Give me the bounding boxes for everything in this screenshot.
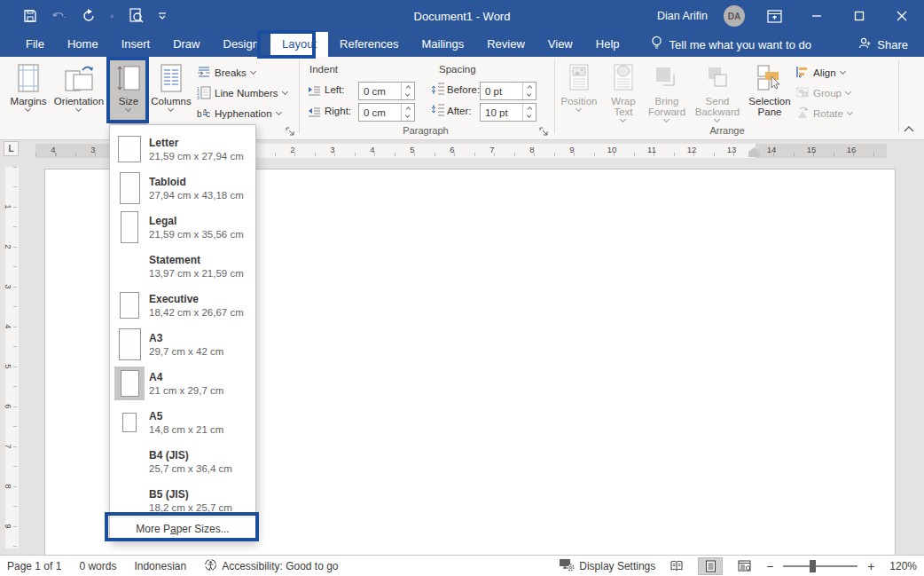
accessibility-checker[interactable]: Accessibility: Good to go — [204, 558, 338, 574]
ruler-number: 4 — [370, 145, 374, 154]
spacing-after-input[interactable]: 10 pt — [480, 103, 536, 122]
indent-header: Indent — [309, 64, 338, 75]
spinner[interactable] — [522, 104, 536, 121]
size-button[interactable]: Size — [110, 59, 147, 132]
redo-icon[interactable] — [82, 9, 96, 23]
ruler-number: 3 — [4, 284, 13, 288]
tab-design[interactable]: Design — [212, 32, 270, 57]
tell-me-box[interactable]: Tell me what you want to do — [651, 36, 811, 53]
user-name[interactable]: Dian Arifin — [657, 10, 708, 22]
paper-size-name: A4 — [149, 371, 223, 384]
spinner[interactable] — [401, 104, 414, 121]
avatar[interactable]: DA — [724, 5, 745, 27]
zoom-in-button[interactable]: + — [866, 559, 875, 573]
tab-draw[interactable]: Draw — [161, 32, 211, 57]
word-count[interactable]: 0 words — [79, 560, 116, 572]
tab-stop-selector[interactable]: L — [4, 141, 19, 156]
size-option-a3[interactable]: A329,7 cm x 42 cm — [110, 325, 255, 364]
size-option-tabloid[interactable]: Tabloid27,94 cm x 43,18 cm — [110, 169, 255, 208]
close-button[interactable] — [889, 3, 915, 29]
read-mode-button[interactable] — [664, 557, 689, 575]
tab-home[interactable]: Home — [56, 32, 110, 57]
group-objects-icon — [795, 86, 810, 100]
send-backward-icon — [704, 62, 731, 94]
maximize-button[interactable] — [846, 3, 873, 29]
paragraph-dialog-launcher[interactable] — [539, 124, 549, 134]
page-indicator[interactable]: Page 1 of 1 — [7, 560, 61, 572]
spacing-after-icon — [431, 103, 441, 113]
size-option-legal[interactable]: Legal21,59 cm x 35,56 cm — [110, 208, 255, 247]
page-setup-dialog-launcher[interactable] — [286, 124, 295, 134]
breaks-icon — [197, 66, 211, 80]
spinner[interactable] — [522, 83, 536, 99]
chevron-down-icon — [125, 107, 132, 114]
tab-insert[interactable]: Insert — [110, 32, 162, 57]
indent-right-icon — [308, 105, 317, 114]
more-paper-sizes-button[interactable]: More Paper Sizes... — [110, 517, 255, 540]
save-icon[interactable] — [23, 9, 37, 23]
indent-right-input[interactable]: 0 cm — [358, 103, 415, 122]
ruler-number: 13 — [727, 145, 737, 154]
web-layout-button[interactable] — [732, 557, 756, 575]
align-button[interactable]: Align — [795, 64, 847, 82]
ribbon-display-options-icon[interactable] — [761, 3, 787, 29]
tab-review[interactable]: Review — [475, 32, 536, 57]
line-numbers-button[interactable]: 123 Line Numbers — [197, 84, 289, 102]
size-option-b4-jis-[interactable]: B4 (JIS)25,7 cm x 36,4 cm — [110, 442, 255, 481]
size-option-a5[interactable]: A514,8 cm x 21 cm — [110, 403, 255, 442]
zoom-slider[interactable] — [783, 565, 857, 567]
size-option-statement[interactable]: Statement13,97 cm x 21,59 cm — [110, 247, 255, 286]
size-option-a4[interactable]: A421 cm x 29,7 cm — [110, 364, 255, 403]
tab-file[interactable]: File — [14, 32, 56, 57]
paper-size-icon — [110, 172, 149, 204]
tab-references[interactable]: References — [328, 32, 410, 57]
print-layout-button[interactable] — [698, 557, 723, 575]
orientation-button[interactable]: Orientation — [51, 59, 106, 132]
breaks-button[interactable]: Breaks — [197, 64, 257, 82]
zoom-level[interactable]: 120% — [889, 560, 917, 572]
orientation-icon — [63, 62, 95, 94]
spacing-before-input[interactable]: 0 pt — [480, 82, 536, 100]
columns-button[interactable]: Columns — [149, 59, 193, 132]
minimize-button[interactable] — [803, 3, 830, 29]
size-option-b5-jis-[interactable]: B5 (JIS)18,2 cm x 25,7 cm — [110, 481, 255, 520]
paper-size-name: A5 — [149, 410, 223, 423]
hyphenation-button[interactable]: bca Hyphenation — [197, 105, 283, 122]
ruler-number: 5 — [410, 145, 414, 154]
selection-pane-button[interactable]: Selection Pane — [747, 59, 793, 132]
print-preview-icon[interactable] — [129, 8, 144, 24]
size-option-letter[interactable]: Letter21,59 cm x 27,94 cm — [110, 130, 255, 169]
selection-pane-icon — [756, 62, 784, 94]
collapse-ribbon-icon[interactable] — [903, 121, 915, 137]
paper-size-dimensions: 18,2 cm x 25,7 cm — [149, 501, 232, 514]
tab-help[interactable]: Help — [584, 32, 631, 57]
tab-mailings[interactable]: Mailings — [411, 32, 476, 57]
zoom-slider-handle[interactable] — [810, 560, 816, 572]
zoom-out-button[interactable]: − — [765, 559, 774, 573]
display-settings-button[interactable]: Display Settings — [559, 558, 655, 574]
paper-size-name: Legal — [149, 215, 244, 228]
share-label: Share — [877, 38, 908, 51]
paper-size-name: Letter — [149, 137, 244, 150]
arrange-group-label: Arrange — [559, 125, 896, 136]
size-option-executive[interactable]: Executive18,42 cm x 26,67 cm — [110, 286, 255, 325]
margins-icon — [15, 62, 42, 94]
share-button[interactable]: Share — [857, 36, 908, 52]
bring-forward-button: Bring Forward — [645, 59, 689, 132]
ruler-number: 2 — [4, 244, 13, 249]
margins-button[interactable]: Margins — [7, 59, 50, 132]
svg-text:b: b — [197, 109, 202, 119]
group-divider — [554, 60, 555, 133]
ruler-number: 4 — [51, 145, 55, 154]
spinner[interactable] — [401, 83, 414, 99]
indent-left-input[interactable]: 0 cm — [358, 82, 415, 100]
tab-view[interactable]: View — [536, 32, 584, 57]
paper-size-icon — [110, 292, 149, 319]
ruler-number: 7 — [489, 145, 494, 154]
customize-qat-icon[interactable] — [158, 12, 167, 20]
tab-layout[interactable]: Layout — [270, 32, 328, 57]
share-person-icon — [857, 36, 872, 52]
language-indicator[interactable]: Indonesian — [134, 560, 186, 572]
ruler-number: 15 — [807, 145, 817, 154]
vertical-ruler[interactable]: 123456789 — [5, 167, 19, 548]
